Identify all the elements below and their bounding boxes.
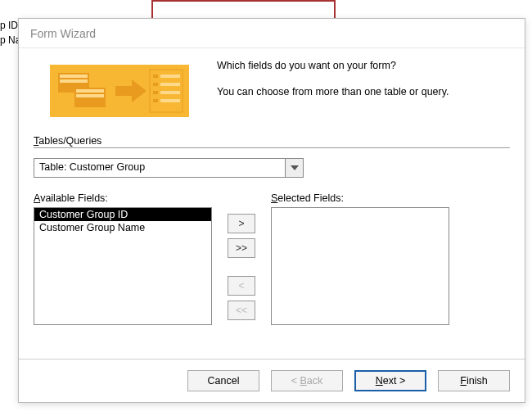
svg-rect-11 [153,83,158,86]
svg-rect-15 [153,99,158,102]
selected-fields-listbox[interactable] [271,207,449,325]
form-wizard-dialog: Form Wizard [18,18,525,403]
svg-rect-10 [160,75,180,78]
next-button[interactable]: Next > [354,370,426,391]
svg-marker-17 [291,165,299,170]
cancel-button[interactable]: Cancel [187,370,259,391]
finish-button[interactable]: Finish [438,370,510,391]
add-all-fields-button[interactable]: >> [228,238,255,258]
intro-line-2: You can choose from more than one table … [217,86,510,97]
svg-rect-12 [160,83,180,86]
selected-fields-label: Selected Fields: [271,192,449,204]
background-tab-outline [151,0,336,20]
dialog-titlebar: Form Wizard [19,19,525,48]
svg-rect-9 [153,75,158,78]
remove-field-button: < [228,276,255,296]
available-fields-label: Available Fields: [34,192,212,204]
tables-queries-label: Tables/Queries [34,135,510,147]
intro-line-1: Which fields do you want on your form? [217,60,510,71]
svg-rect-16 [160,99,180,102]
dialog-footer: Cancel < Back Next > Finish [19,359,525,402]
add-field-button[interactable]: > [228,214,255,233]
combo-selected-value: Table: Customer Group [34,159,285,177]
wizard-graphic [34,58,205,124]
dialog-title: Form Wizard [30,27,96,40]
dialog-content: Which fields do you want on your form? Y… [19,48,525,342]
chevron-down-icon [291,165,299,170]
svg-rect-3 [60,75,88,78]
svg-rect-14 [160,91,180,94]
intro-text: Which fields do you want on your form? Y… [217,58,510,124]
list-item[interactable]: Customer Group Name [34,221,211,234]
svg-rect-13 [153,91,158,94]
svg-rect-4 [60,79,88,83]
back-button: < Back [271,370,343,391]
list-item[interactable]: Customer Group ID [34,208,211,221]
svg-rect-5 [76,89,104,93]
tables-queries-separator [34,147,510,148]
tables-queries-combo[interactable]: Table: Customer Group [34,158,304,178]
svg-rect-6 [76,94,104,97]
combo-dropdown-button[interactable] [285,159,303,177]
remove-all-fields-button: << [228,301,255,320]
available-fields-listbox[interactable]: Customer Group IDCustomer Group Name [34,207,212,325]
